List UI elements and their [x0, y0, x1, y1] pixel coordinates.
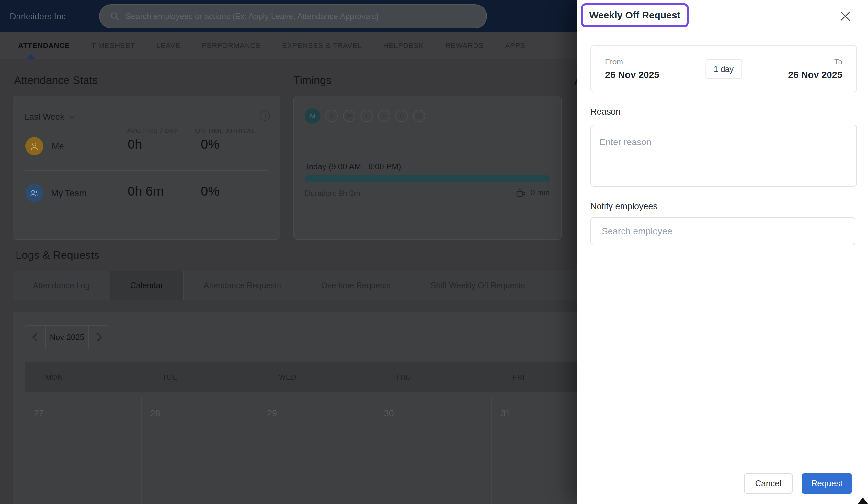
avatar-my-team	[25, 184, 43, 202]
notify-employees-label: Notify employees	[590, 202, 658, 212]
prev-month-button[interactable]	[24, 326, 45, 349]
duration-label: Duration: 9h 0m	[305, 189, 360, 198]
weekday-wed: WED	[258, 373, 375, 382]
to-label: To	[834, 57, 843, 66]
coffee-icon	[515, 187, 527, 198]
notify-placeholder: Search employee	[602, 226, 672, 236]
tab-helpdesk[interactable]: HELPDESK	[383, 41, 424, 50]
to-date-value[interactable]: 26 Nov 2025	[788, 70, 843, 80]
duration-days-badge: 1 day	[705, 59, 742, 79]
calendar-day-cell[interactable]: 28	[142, 397, 258, 491]
company-name: Darksiders Inc	[10, 12, 66, 22]
chevron-down-icon	[69, 115, 75, 119]
next-month-button[interactable]	[89, 326, 110, 349]
search-icon	[110, 11, 120, 21]
logs-requests-heading: Logs & Requests	[16, 249, 100, 261]
day-wednesday[interactable]: W	[343, 110, 355, 122]
break-minutes: 0 min	[530, 188, 550, 197]
weekday-mon: MON	[24, 373, 142, 382]
shift-progress-bar	[305, 175, 550, 182]
period-dropdown-label: Last Week	[24, 112, 64, 122]
close-button[interactable]	[838, 8, 853, 24]
tab-timesheet[interactable]: TIMESHEET	[91, 41, 135, 50]
active-tab-indicator	[27, 54, 35, 59]
weekday-selector: M T W T F S S	[305, 108, 425, 124]
day-sunday[interactable]: S	[413, 110, 425, 122]
day-monday[interactable]: M	[305, 108, 320, 124]
weekly-off-request-drawer: Weekly Off Request From 26 Nov 2025 1 da…	[577, 0, 868, 504]
day-tuesday[interactable]: T	[326, 110, 338, 122]
calendar-day-cell[interactable]: 6	[375, 491, 492, 504]
reason-textarea[interactable]: Enter reason	[590, 125, 857, 187]
search-placeholder: Search employees or actions (Ex: Apply L…	[126, 12, 379, 21]
notify-employees-input[interactable]: Search employee	[590, 217, 855, 245]
drawer-footer: Cancel Request	[577, 461, 868, 504]
tab-attendance-log[interactable]: Attendance Log	[13, 271, 110, 300]
attendance-stats-heading: Attendance Stats	[14, 74, 98, 86]
tab-attendance-requests[interactable]: Attendance Requests	[184, 271, 301, 300]
tab-leave[interactable]: LEAVE	[156, 41, 180, 50]
global-search-input[interactable]: Search employees or actions (Ex: Apply L…	[99, 4, 487, 28]
team-avg-hrs: 0h 6m	[127, 184, 164, 198]
row-team-label: My Team	[51, 188, 86, 198]
date-range-card: From 26 Nov 2025 1 day To 26 Nov 2025	[590, 45, 857, 92]
timings-heading: Timings	[293, 74, 332, 86]
request-button[interactable]: Request	[802, 473, 852, 494]
day-thursday[interactable]: T	[361, 110, 373, 122]
tab-shift-weekly-off-requests[interactable]: Shift Weekly Off Requests	[411, 271, 545, 300]
me-avg-hrs: 0h	[127, 137, 142, 152]
tab-expenses-travel[interactable]: EXPENSES & TRAVEL	[282, 41, 362, 50]
calendar-day-cell[interactable]: 5	[258, 491, 375, 504]
close-icon	[839, 10, 852, 23]
tab-performance[interactable]: PERFORMANCE	[202, 41, 261, 50]
tab-rewards[interactable]: REWARDS	[445, 41, 484, 50]
period-dropdown[interactable]: Last Week	[24, 112, 75, 122]
row-me-label: Me	[52, 142, 64, 152]
col-avg-hrs: AVG HRS / DAY	[127, 127, 178, 135]
people-icon	[30, 188, 39, 198]
me-on-time: 0%	[201, 137, 220, 152]
info-icon[interactable]: i	[260, 111, 270, 121]
person-icon	[30, 141, 39, 151]
day-saturday[interactable]: S	[395, 110, 408, 122]
tab-attendance[interactable]: ATTENDANCE	[18, 41, 70, 50]
timings-card: M T W T F S S Today (9:00 AM - 6:00 PM) …	[293, 96, 561, 240]
col-on-time: ON TIME ARRIVAL	[195, 127, 256, 135]
weekday-thu: THU	[375, 373, 492, 382]
tab-apps[interactable]: APPS	[505, 41, 525, 50]
calendar-day-cell[interactable]: 30	[375, 397, 492, 491]
from-date-value[interactable]: 26 Nov 2025	[605, 70, 659, 80]
reason-label: Reason	[590, 107, 621, 117]
cancel-button[interactable]: Cancel	[744, 473, 793, 494]
calendar-day-cell[interactable]: 29	[258, 397, 375, 491]
today-shift-label: Today (9:00 AM - 6:00 PM)	[305, 162, 401, 171]
calendar-day-cell[interactable]: 4	[142, 491, 258, 504]
calendar-day-cell[interactable]: 27	[24, 397, 142, 491]
team-on-time: 0%	[201, 184, 220, 198]
attendance-stats-card: Last Week i AVG HRS / DAY ON TIME ARRIVA…	[13, 96, 280, 240]
calendar-day-cell[interactable]: 3	[24, 491, 142, 504]
reason-placeholder: Enter reason	[599, 137, 651, 147]
weekday-tue: TUE	[142, 373, 258, 382]
calendar-month-nav: Nov 2025	[24, 325, 110, 349]
annotation-highlight-box: Weekly Off Request	[581, 3, 689, 27]
avatar-me	[25, 137, 43, 155]
tab-calendar[interactable]: Calendar	[110, 271, 183, 300]
from-label: From	[605, 57, 623, 66]
drawer-header: Weekly Off Request	[577, 0, 868, 32]
row-divider	[24, 171, 268, 171]
tab-overtime-requests[interactable]: Overtime Requests	[301, 271, 411, 300]
day-friday[interactable]: F	[378, 110, 390, 122]
drawer-title: Weekly Off Request	[589, 10, 680, 21]
calendar-month-label: Nov 2025	[45, 326, 89, 349]
mouse-cursor	[857, 497, 868, 504]
